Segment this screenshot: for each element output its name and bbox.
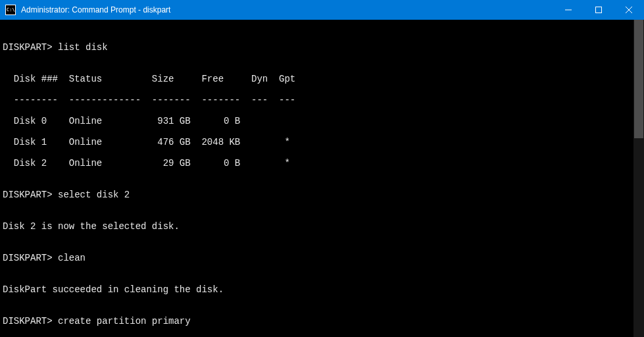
window-title: Administrator: Command Prompt - diskpart [21, 5, 553, 14]
titlebar: C:\ Administrator: Command Prompt - disk… [0, 0, 644, 20]
command-line: DISKPART> list disk [3, 42, 641, 53]
command-line: DISKPART> select disk 2 [3, 190, 641, 200]
window-controls [553, 0, 644, 20]
command-text: clean [58, 253, 86, 263]
table-row: Disk 0 Online 931 GB 0 B [3, 116, 641, 126]
prompt: DISKPART> [3, 190, 58, 200]
svg-text:C:\: C:\ [7, 7, 15, 13]
prompt: DISKPART> [3, 253, 58, 263]
command-line: DISKPART> create partition primary [3, 316, 641, 326]
table-row: Disk 2 Online 29 GB 0 B * [3, 158, 641, 168]
table-divider: -------- ------------- ------- ------- -… [3, 95, 641, 105]
output-message: Disk 2 is now the selected disk. [3, 221, 641, 232]
table-row: Disk 1 Online 476 GB 2048 KB * [3, 137, 641, 147]
close-button[interactable] [614, 0, 644, 20]
command-text: select disk 2 [58, 190, 130, 200]
terminal-output[interactable]: DISKPART> list disk Disk ### Status Size… [0, 20, 644, 337]
output-message: DiskPart succeeded in cleaning the disk. [3, 284, 641, 295]
scrollbar-thumb[interactable] [634, 20, 643, 138]
prompt: DISKPART> [3, 316, 58, 326]
prompt: DISKPART> [3, 42, 58, 53]
minimize-button[interactable] [553, 0, 583, 20]
maximize-button[interactable] [583, 0, 614, 20]
command-line: DISKPART> clean [3, 253, 641, 263]
command-text: create partition primary [58, 316, 191, 326]
command-text: list disk [58, 42, 108, 53]
svg-rect-4 [596, 7, 602, 13]
table-header: Disk ### Status Size Free Dyn Gpt [3, 74, 641, 84]
cmd-icon: C:\ [5, 5, 16, 15]
